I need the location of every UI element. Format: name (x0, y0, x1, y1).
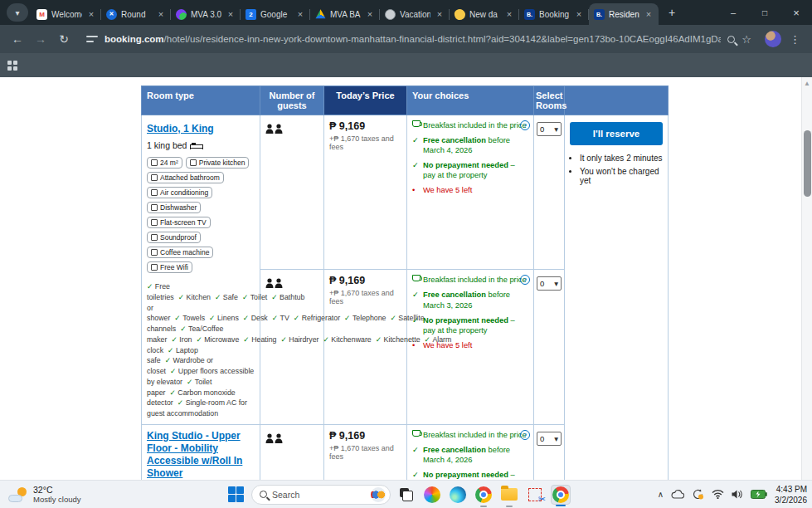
price-cell: ₱ 9,169 +₱ 1,670 taxes and fees (324, 115, 407, 270)
amenity-item: Toilet (242, 293, 267, 301)
zoom-icon[interactable] (727, 36, 735, 43)
tray-expand-icon[interactable]: ∧ (658, 490, 664, 499)
reserve-button[interactable]: I'll reserve (570, 122, 663, 145)
bed-configuration: 1 king bed (147, 140, 255, 150)
free-cancellation-line: Free cancellation before March 4, 2026 (412, 135, 528, 155)
availability-line: We have 5 left (412, 340, 528, 350)
tab-booking[interactable]: B. Booking (519, 3, 589, 25)
file-explorer-button[interactable] (499, 485, 519, 505)
tab-close-icon[interactable] (295, 9, 305, 19)
tab-residence-inn-active[interactable]: B. Residen (589, 3, 659, 25)
tab-welcome[interactable]: M Welcome (32, 3, 101, 25)
edge-button[interactable] (448, 485, 468, 505)
tab-new-da[interactable]: New da (450, 3, 519, 25)
search-highlight-icon (371, 487, 386, 502)
address-bar[interactable]: booking.com/hotel/us/residence-inn-new-y… (78, 28, 760, 50)
kitchen-icon (190, 159, 197, 166)
weather-temperature: 32°C (33, 485, 81, 495)
rooms-quantity-dropdown[interactable]: 0 (537, 122, 562, 136)
amenity-item: TV (272, 314, 289, 322)
new-tab-button[interactable] (662, 2, 682, 22)
gmail-icon: M (36, 9, 47, 20)
weather-widget[interactable]: 32°C Mostly cloudy (0, 485, 81, 504)
tab-label: Booking (539, 10, 570, 19)
rooms-quantity-dropdown[interactable]: 0 (537, 432, 562, 446)
apps-grid-icon[interactable] (7, 61, 17, 71)
room-facility-badges: 24 m²Private kitchenAttached bathroomAir… (147, 157, 255, 273)
snipping-tool-button[interactable] (525, 485, 545, 505)
no-prepayment-line: No prepayment needed – pay at the proper… (412, 315, 528, 335)
room-link-studio-1-king[interactable]: Studio, 1 King (147, 123, 214, 135)
scrollbar-thumb[interactable] (804, 130, 811, 197)
onedrive-cloud-icon[interactable] (671, 490, 684, 499)
task-view-button[interactable] (396, 485, 416, 505)
tab-close-icon[interactable] (435, 9, 445, 19)
round-favicon-icon (106, 9, 117, 20)
tab-mva-ba[interactable]: MVA BA (310, 3, 380, 25)
tab-label: New da (469, 10, 500, 19)
sync-update-icon[interactable] (692, 489, 704, 500)
chrome-active-window-button[interactable] (551, 485, 571, 505)
room-cell-studio-1-king: Studio, 1 King 1 king bed 24 m²Private k… (142, 115, 260, 425)
facility-badge: Coffee machine (147, 247, 213, 258)
google-calendar-icon: 2 (246, 9, 256, 20)
tab-mva-3[interactable]: MVA 3.0 (171, 3, 241, 25)
amenity-item: Safe (215, 293, 238, 301)
minimize-button[interactable] (717, 0, 749, 25)
url-text[interactable]: booking.com/hotel/us/residence-inn-new-y… (105, 34, 721, 44)
amenity-item: Heating (243, 335, 276, 344)
page-scrollbar[interactable] (801, 77, 812, 480)
close-window-button[interactable] (780, 0, 812, 25)
wifi-icon[interactable] (712, 490, 724, 499)
tab-close-icon[interactable] (574, 9, 584, 19)
volume-icon[interactable] (732, 490, 743, 499)
two-guests-icon (265, 124, 284, 134)
tab-close-icon[interactable] (365, 9, 375, 19)
battery-charging-icon[interactable] (751, 490, 767, 499)
bookmark-star-icon[interactable] (741, 33, 751, 46)
site-info-icon[interactable] (86, 35, 98, 43)
amenities-list: Free toiletriesKitchenSafeToiletBathtub … (147, 281, 255, 419)
tab-vacation[interactable]: Vacation (380, 3, 450, 25)
help-icon[interactable] (520, 430, 530, 440)
rooms-quantity-dropdown[interactable]: 0 (537, 276, 562, 291)
booking-favicon-icon: B. (594, 9, 605, 20)
taskbar-clock[interactable]: 4:43 PM 3/2/2026 (775, 484, 807, 506)
scroll-up-icon[interactable] (802, 77, 812, 87)
maximize-button[interactable] (749, 0, 780, 25)
back-button[interactable] (8, 32, 27, 46)
price-cell: ₱ 9,169 +₱ 1,670 taxes and fees (324, 424, 407, 480)
help-icon[interactable] (520, 275, 530, 285)
select-cell: 0 (534, 424, 565, 480)
room-link-king-studio[interactable]: King Studio - Upper Floor - Mobility Acc… (147, 430, 255, 480)
tab-close-icon[interactable] (644, 9, 654, 19)
amenity-item: Kitchenware (323, 335, 371, 344)
tab-close-icon[interactable] (226, 9, 236, 19)
browser-menu-icon[interactable] (786, 33, 804, 46)
start-button[interactable] (226, 485, 246, 505)
tab-close-icon[interactable] (156, 9, 166, 19)
bookmarks-strip (0, 53, 812, 77)
choices-cell: Breakfast included in the price Free can… (407, 424, 534, 480)
taskbar-search-box[interactable]: Search (251, 485, 391, 505)
tab-google[interactable]: 2 Google (241, 3, 310, 25)
browser-toolbar: booking.com/hotel/us/residence-inn-new-y… (0, 25, 812, 53)
tab-close-icon[interactable] (504, 9, 514, 19)
reload-button[interactable] (55, 32, 73, 46)
folder-icon (501, 488, 518, 501)
help-icon[interactable] (520, 120, 530, 130)
amenity-item: Microwave (196, 335, 239, 344)
facility-badge: Dishwasher (147, 202, 201, 213)
copilot-icon (424, 486, 440, 503)
copilot-button[interactable] (422, 485, 442, 505)
air-conditioning-icon (151, 189, 158, 196)
room-price: ₱ 9,169 (329, 120, 401, 132)
profile-avatar[interactable] (765, 31, 781, 47)
forward-button[interactable] (32, 32, 50, 46)
choices-cell: Breakfast included in the price Free can… (407, 115, 534, 270)
chrome-button[interactable] (474, 485, 494, 505)
tab-round[interactable]: Round (101, 3, 171, 25)
tab-close-icon[interactable] (86, 9, 96, 19)
availability-line: We have 5 left (412, 185, 528, 195)
tab-search-button[interactable] (7, 3, 28, 22)
